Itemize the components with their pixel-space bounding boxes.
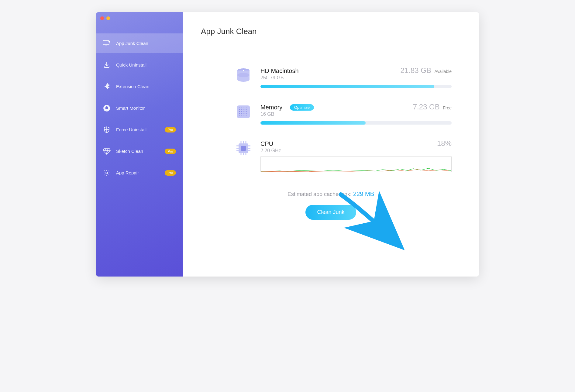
cpu-clock: 2.20 GHz [260,148,281,153]
sidebar-item-smart-monitor[interactable]: Smart Monitor [96,98,183,118]
sidebar-item-label: Sketch Clean [116,149,159,154]
svg-point-31 [241,115,242,116]
sidebar-item-label: Smart Monitor [116,105,176,111]
svg-point-3 [106,172,108,174]
estimate-text: Estimated app cache junk: 229 MB [201,191,461,198]
gear-icon [103,169,111,177]
svg-point-22 [243,111,244,112]
stats-panel: HD Macintosh 250.79 GB 21.83 GB Availabl… [201,66,461,172]
minimize-window-button[interactable] [106,16,110,20]
svg-point-27 [243,113,244,114]
memory-row: Memory Optimize 16 GB 7.23 GB Free [234,103,452,125]
memory-name: Memory [260,104,282,111]
sidebar-item-app-junk-clean[interactable]: App Junk Clean [96,33,183,53]
svg-point-16 [241,109,242,110]
svg-point-14 [246,108,247,108]
svg-point-6 [237,77,250,82]
sidebar-item-label: App Junk Clean [116,41,176,46]
memory-usage-bar [260,121,452,125]
disk-total: 250.79 GB [260,75,302,81]
page-title: App Junk Clean [201,27,461,45]
svg-point-32 [243,115,244,116]
svg-point-11 [241,108,242,108]
svg-point-34 [246,115,247,116]
disk-icon [234,66,253,84]
memory-usage-fill [260,121,366,125]
svg-point-33 [245,115,246,116]
cpu-usage: 18% [437,139,452,147]
svg-point-12 [243,108,244,108]
disk-usage-bar [260,85,452,88]
sidebar-item-label: App Repair [116,170,159,175]
monitor-clean-icon [103,40,111,47]
cpu-graph [260,156,452,172]
svg-point-26 [241,113,242,114]
disk-name: HD Macintosh [260,67,299,74]
window-controls [100,16,110,20]
app-window: App Junk Clean Quick Uninstall Extension… [96,12,479,277]
close-window-button[interactable] [100,16,104,20]
sidebar-item-extension-clean[interactable]: Extension Clean [96,77,183,96]
disk-available-label: Available [434,69,452,74]
annotation-arrow [335,191,414,252]
svg-point-18 [245,109,246,110]
shield-icon [103,126,111,134]
svg-point-1 [108,41,110,43]
cpu-icon [234,139,253,157]
uninstall-icon [103,61,111,69]
svg-point-19 [246,109,247,110]
svg-point-25 [239,113,240,114]
svg-point-10 [239,108,240,108]
clean-junk-button[interactable]: Clean Junk [305,205,356,220]
pro-badge: Pro [165,127,176,132]
svg-point-7 [237,73,250,77]
memory-free-label: Free [443,105,452,110]
puzzle-icon [103,83,111,91]
svg-point-13 [245,108,246,108]
svg-rect-36 [241,146,246,151]
sidebar: App Junk Clean Quick Uninstall Extension… [96,12,183,277]
disk-row: HD Macintosh 250.79 GB 21.83 GB Availabl… [234,66,452,88]
svg-point-30 [239,115,240,116]
cpu-row: CPU 2.20 GHz 18% [234,139,452,172]
memory-total: 16 GB [260,112,314,117]
svg-rect-9 [237,105,250,118]
disk-usage-fill [260,85,434,88]
svg-point-28 [245,113,246,114]
disk-available-value: 21.83 GB [401,66,431,74]
cpu-name: CPU [260,140,278,147]
memory-free-value: 7.23 GB [413,103,440,111]
sidebar-item-label: Force Uninstall [116,127,159,132]
svg-rect-0 [103,40,109,45]
sidebar-item-label: Quick Uninstall [116,62,176,67]
sidebar-item-app-repair[interactable]: App Repair Pro [96,163,183,183]
svg-point-24 [246,111,247,112]
pro-badge: Pro [165,170,176,176]
main-content: App Junk Clean HD Macintosh [183,12,479,277]
optimize-button[interactable]: Optimize [290,104,314,111]
pro-badge: Pro [165,149,176,154]
estimate-value: 229 MB [353,191,374,197]
svg-point-8 [243,70,244,71]
sidebar-item-quick-uninstall[interactable]: Quick Uninstall [96,55,183,75]
svg-point-29 [246,113,247,114]
svg-point-20 [239,111,240,112]
svg-point-15 [239,109,240,110]
estimate-prefix: Estimated app cache junk: [288,191,353,197]
sidebar-item-sketch-clean[interactable]: Sketch Clean Pro [96,141,183,161]
svg-point-21 [241,111,242,112]
sidebar-item-force-uninstall[interactable]: Force Uninstall Pro [96,120,183,139]
diamond-icon [103,147,111,155]
svg-point-23 [245,111,246,112]
sidebar-item-label: Extension Clean [116,84,176,89]
svg-point-17 [243,109,244,110]
memory-icon [234,103,253,121]
bell-icon [103,104,111,112]
